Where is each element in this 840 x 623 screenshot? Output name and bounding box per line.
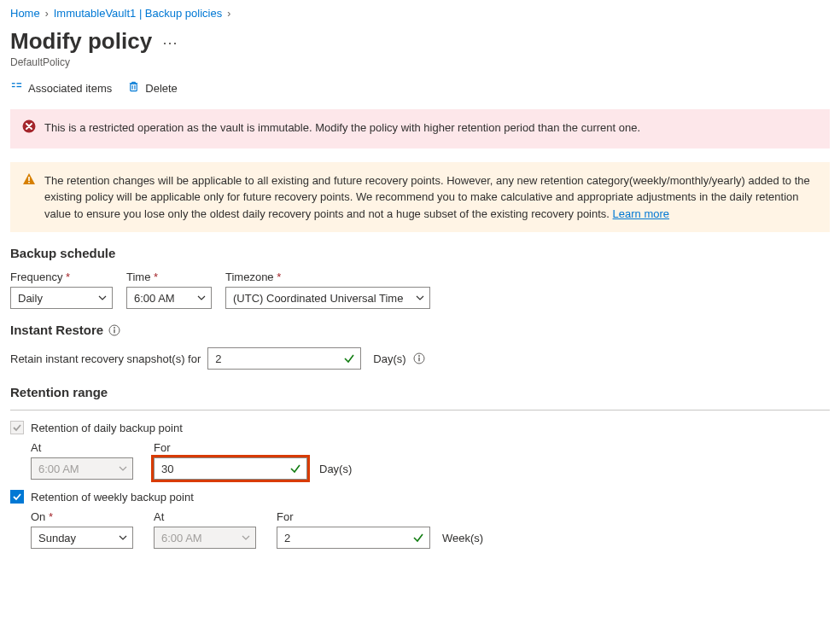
- backup-schedule-heading: Backup schedule: [10, 246, 830, 260]
- daily-at-select: 6:00 AM: [31, 457, 133, 480]
- check-icon: [412, 532, 424, 544]
- more-icon[interactable]: ⋯: [162, 33, 178, 52]
- weekly-unit: Week(s): [442, 532, 483, 544]
- check-icon: [289, 463, 301, 475]
- weekly-on-select[interactable]: Sunday: [31, 527, 133, 549]
- daily-at-label: At: [31, 441, 133, 454]
- chevron-down-icon: [119, 464, 127, 473]
- retention-range-heading: Retention range: [10, 385, 830, 399]
- weekly-at-select: 6:00 AM: [154, 527, 256, 549]
- breadcrumb: Home › ImmutableVault1 | Backup policies…: [10, 7, 830, 20]
- svg-rect-19: [418, 358, 419, 362]
- learn-more-link[interactable]: Learn more: [613, 207, 669, 220]
- associated-items-button[interactable]: Associated items: [10, 80, 112, 96]
- instant-restore-heading: Instant Restore: [10, 323, 830, 337]
- chevron-down-icon: [98, 294, 107, 302]
- weekly-on-label: On *: [31, 510, 133, 523]
- associated-items-label: Associated items: [28, 82, 112, 95]
- page-title: Modify policy: [10, 28, 152, 55]
- page-subtitle: DefaultPolicy: [10, 56, 830, 68]
- daily-retention-label: Retention of daily backup point: [31, 422, 183, 434]
- check-icon: [343, 352, 355, 364]
- info-icon[interactable]: [108, 324, 120, 336]
- daily-for-input[interactable]: 30: [154, 457, 307, 480]
- weekly-retention-label: Retention of weekly backup point: [31, 491, 194, 504]
- timezone-select[interactable]: (UTC) Coordinated Universal Time: [225, 287, 430, 309]
- toolbar: Associated items Delete: [10, 80, 830, 96]
- weekly-for-input[interactable]: 2: [277, 527, 430, 549]
- delete-button[interactable]: Delete: [127, 80, 178, 96]
- frequency-select[interactable]: Daily: [10, 287, 113, 309]
- svg-rect-16: [114, 329, 115, 333]
- daily-for-label: For: [154, 441, 352, 454]
- chevron-down-icon: [119, 533, 127, 542]
- error-message: This is a restricted operation as the va…: [44, 119, 640, 138]
- info-icon[interactable]: [413, 352, 425, 364]
- weekly-at-label: At: [154, 510, 256, 523]
- chevron-right-icon: ›: [227, 8, 230, 20]
- warning-icon: [22, 172, 36, 223]
- trash-icon: [127, 80, 140, 96]
- warning-message: The retention changes will be applicable…: [44, 172, 818, 223]
- error-alert: This is a restricted operation as the va…: [10, 109, 830, 148]
- svg-rect-4: [131, 84, 137, 90]
- chevron-right-icon: ›: [45, 8, 49, 20]
- svg-point-15: [114, 327, 115, 329]
- time-select[interactable]: 6:00 AM: [126, 287, 212, 309]
- delete-label: Delete: [145, 82, 178, 95]
- time-label: Time *: [126, 271, 212, 283]
- chevron-down-icon: [197, 294, 206, 302]
- breadcrumb-vault[interactable]: ImmutableVault1 | Backup policies: [54, 7, 223, 20]
- svg-rect-13: [28, 182, 30, 183]
- chevron-down-icon: [416, 294, 424, 302]
- svg-rect-12: [28, 177, 30, 181]
- weekly-for-label: For: [277, 510, 483, 523]
- weekly-retention-checkbox[interactable]: [10, 490, 24, 504]
- daily-retention-checkbox: [10, 421, 24, 434]
- timezone-label: Timezone *: [225, 271, 430, 283]
- error-icon: [22, 119, 36, 138]
- warning-alert: The retention changes will be applicable…: [10, 162, 830, 233]
- instant-unit: Day(s): [373, 352, 405, 365]
- breadcrumb-home[interactable]: Home: [10, 7, 40, 20]
- divider: [10, 410, 830, 410]
- frequency-label: Frequency *: [10, 271, 113, 283]
- svg-point-18: [418, 355, 420, 357]
- instant-retain-label: Retain instant recovery snapshot(s) for: [10, 352, 201, 365]
- instant-retain-input[interactable]: 2: [207, 347, 361, 370]
- daily-unit: Day(s): [319, 463, 352, 475]
- chevron-down-icon: [242, 533, 250, 542]
- list-icon: [10, 80, 23, 96]
